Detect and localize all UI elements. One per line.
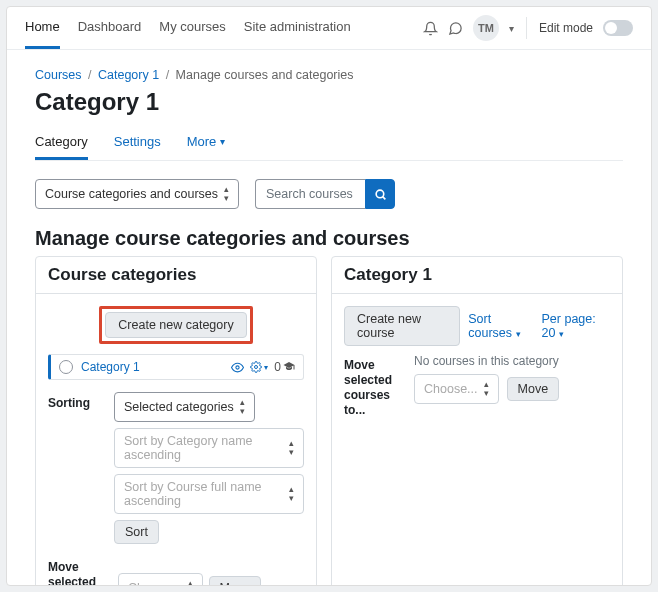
category-row[interactable]: Category 1 ▾ 0 bbox=[48, 354, 304, 380]
svg-point-2 bbox=[236, 365, 239, 368]
chevron-down-icon: ▾ bbox=[220, 136, 225, 147]
move-categories-button[interactable]: Move bbox=[209, 576, 262, 585]
move-courses-button[interactable]: Move bbox=[507, 377, 560, 401]
secondary-navigation: Category Settings More ▾ bbox=[35, 126, 623, 161]
move-courses-label: Move selected courses to... bbox=[344, 354, 402, 418]
notifications-icon[interactable] bbox=[423, 21, 438, 36]
page-title: Category 1 bbox=[35, 88, 623, 116]
create-course-button[interactable]: Create new course bbox=[344, 306, 460, 346]
panel-title-categories: Course categories bbox=[36, 257, 316, 294]
breadcrumb-courses[interactable]: Courses bbox=[35, 68, 82, 82]
edit-mode-toggle[interactable] bbox=[603, 20, 633, 36]
updown-icon: ▴▾ bbox=[224, 185, 229, 203]
breadcrumb-category-1[interactable]: Category 1 bbox=[98, 68, 159, 82]
edit-mode-label: Edit mode bbox=[539, 21, 593, 35]
divider bbox=[526, 17, 527, 39]
eye-icon[interactable] bbox=[231, 361, 244, 374]
per-page-link[interactable]: Per page: 20 ▾ bbox=[542, 312, 610, 340]
course-count: 0 bbox=[274, 360, 295, 374]
tab-more[interactable]: More ▾ bbox=[187, 126, 226, 160]
move-categories-label: Move selected categories to bbox=[48, 556, 106, 585]
user-menu-chevron-icon[interactable]: ▾ bbox=[509, 23, 514, 34]
sorting-label: Sorting bbox=[48, 392, 102, 544]
avatar[interactable]: TM bbox=[473, 15, 499, 41]
chevron-down-icon: ▾ bbox=[516, 329, 521, 339]
no-courses-message: No courses in this category bbox=[414, 354, 559, 368]
svg-line-1 bbox=[382, 196, 385, 199]
move-categories-select[interactable]: Choose... ▴▾ bbox=[118, 573, 203, 585]
nav-home[interactable]: Home bbox=[25, 7, 60, 49]
tab-settings[interactable]: Settings bbox=[114, 126, 161, 160]
nav-dashboard[interactable]: Dashboard bbox=[78, 7, 142, 49]
sorting-scope-select[interactable]: Selected categories ▴▾ bbox=[114, 392, 255, 422]
tab-category[interactable]: Category bbox=[35, 126, 88, 160]
view-mode-select[interactable]: Course categories and courses ▴▾ bbox=[35, 179, 239, 209]
nav-site-admin[interactable]: Site administration bbox=[244, 7, 351, 49]
graduation-cap-icon bbox=[283, 361, 295, 373]
move-courses-select[interactable]: Choose... ▴▾ bbox=[414, 374, 499, 404]
search-button[interactable] bbox=[365, 179, 395, 209]
svg-point-0 bbox=[376, 190, 384, 198]
search-input[interactable] bbox=[255, 179, 365, 209]
messages-icon[interactable] bbox=[448, 21, 463, 36]
top-navigation: Home Dashboard My courses Site administr… bbox=[7, 7, 651, 50]
category-radio[interactable] bbox=[59, 360, 73, 374]
breadcrumb-current: Manage courses and categories bbox=[176, 68, 354, 82]
sort-button[interactable]: Sort bbox=[114, 520, 159, 544]
sort-by-course-select[interactable]: Sort by Course full name ascending ▴▾ bbox=[114, 474, 304, 514]
svg-point-3 bbox=[255, 366, 258, 369]
sort-courses-link[interactable]: Sort courses ▾ bbox=[468, 312, 535, 340]
create-category-button[interactable]: Create new category bbox=[105, 312, 246, 338]
search-icon bbox=[374, 188, 387, 201]
chevron-down-icon: ▾ bbox=[559, 329, 564, 339]
breadcrumb: Courses / Category 1 / Manage courses an… bbox=[35, 68, 623, 82]
highlight-create-category: Create new category bbox=[99, 306, 252, 344]
nav-my-courses[interactable]: My courses bbox=[159, 7, 225, 49]
panel-course-categories: Course categories Create new category Ca… bbox=[35, 256, 317, 585]
category-name-link[interactable]: Category 1 bbox=[81, 360, 140, 374]
gear-icon[interactable]: ▾ bbox=[250, 361, 268, 373]
section-title: Manage course categories and courses bbox=[35, 227, 623, 250]
sort-by-category-select[interactable]: Sort by Category name ascending ▴▾ bbox=[114, 428, 304, 468]
panel-category-courses: Category 1 Create new course Sort course… bbox=[331, 256, 623, 585]
panel-title-category-1: Category 1 bbox=[332, 257, 622, 294]
